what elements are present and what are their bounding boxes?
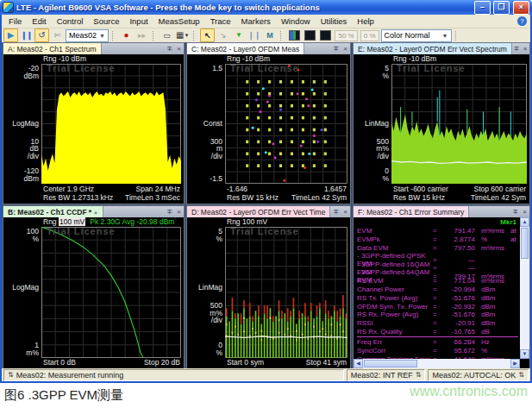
scrollbar-track[interactable]: [418, 359, 510, 368]
panel-a-tab[interactable]: A: Meas02 - Ch1 Spectrum: [3, 43, 102, 54]
close-button[interactable]: ×: [513, 1, 529, 15]
menu-item-input[interactable]: Input: [124, 15, 153, 28]
record-button[interactable]: ●: [119, 28, 134, 42]
marker-peak-button[interactable]: ▼: [231, 28, 246, 42]
float-panel-icon[interactable]: ∓: [165, 43, 174, 54]
panel-f-tab[interactable]: F: Meas02 - Ch1 Error Summary: [354, 206, 469, 217]
horizontal-scrollbar[interactable]: ◀ ▶: [354, 359, 520, 368]
resbw-label: Res BW 15 kHz: [393, 194, 445, 202]
menu-item-edit[interactable]: Edit: [27, 15, 51, 28]
error-summary-row: EVM=791.47m%rmsat: [357, 227, 518, 235]
x-axis-right-label: Stop 600 carrier: [474, 185, 526, 193]
constellation-plot: [225, 64, 347, 184]
menu-item-markers[interactable]: Markers: [236, 15, 276, 28]
band-marker-button[interactable]: ❘❘: [247, 28, 261, 42]
spinner-icon[interactable]: ⇅: [518, 371, 524, 379]
vertical-scrollbar[interactable]: ▲ ▼: [520, 217, 529, 359]
float-panel-icon[interactable]: ∓: [510, 206, 520, 217]
y-axis-top-label: -20dBm: [3, 65, 39, 79]
display-dark1-button[interactable]: [303, 28, 317, 42]
panel-c-tab[interactable]: C: Meas02 - Layer0 OFDM Meas: [187, 43, 304, 54]
menu-item-utilities[interactable]: Utilities: [316, 15, 353, 28]
close-panel-icon[interactable]: ×: [174, 43, 184, 54]
menu-item-meassetup[interactable]: MeasSetup: [153, 15, 205, 28]
quad-layout-button[interactable]: ▦▼: [175, 28, 190, 42]
menu-item-window[interactable]: Window: [276, 15, 316, 28]
status-autocal[interactable]: Meas02: AUTOCAL: OK ⇅: [428, 369, 529, 381]
title-bar[interactable]: LTE - Agilent B9600 VSA Software - Press…: [0, 0, 532, 15]
range-readout: Rng -10 dBm: [43, 55, 86, 63]
scroll-left-icon[interactable]: ◀: [354, 359, 363, 368]
app-icon: [3, 2, 14, 13]
menu-item-trace[interactable]: Trace: [205, 15, 236, 28]
status-ref[interactable]: Meas02: INT REF ⇅: [347, 369, 426, 381]
maximize-button[interactable]: ❐: [493, 1, 510, 15]
close-panel-icon[interactable]: ×: [341, 206, 350, 217]
error-summary-feq: =: [433, 303, 439, 311]
error-summary-feq: =: [433, 328, 439, 336]
error-summary-flab: EVMPk: [357, 235, 433, 243]
float-panel-icon[interactable]: ∓: [331, 206, 341, 217]
help-icon[interactable]: ?: [517, 16, 527, 26]
close-panel-icon[interactable]: ×: [174, 206, 184, 217]
error-summary-table: Mkr1 EVM=791.47m%rmsatEVMPk=2.8774%atDat…: [354, 217, 520, 359]
scrollbar-thumb[interactable]: [521, 228, 529, 259]
float-panel-icon[interactable]: ∓: [165, 206, 174, 217]
single-layout-button[interactable]: ▭: [160, 28, 174, 42]
close-panel-icon[interactable]: ×: [520, 206, 529, 217]
play-button[interactable]: ▶: [3, 28, 18, 42]
selection-tool-button[interactable]: ✄: [50, 28, 65, 42]
y-axis-bottom-label: 0%: [354, 167, 389, 182]
scroll-up-icon[interactable]: ▲: [520, 217, 529, 227]
window-title: LTE - Agilent B9600 VSA Software - Press…: [16, 3, 472, 12]
scroll-down-icon[interactable]: ▼: [520, 349, 529, 359]
panel-f-title: F: Meas02 - Ch1 Error Summary: [358, 208, 464, 217]
menu-item-file[interactable]: File: [3, 15, 27, 28]
display-dark2-button[interactable]: [318, 28, 333, 42]
chevron-down-icon: ▼: [99, 33, 105, 39]
y-axis-bottom-label: -120dBm: [3, 167, 39, 182]
float-panel-icon[interactable]: ∓: [512, 43, 521, 54]
panel-d-err-vect-time: D: Meas02 - Layer0 OFDM Err Vect Time ∓ …: [186, 205, 351, 368]
panel-b-tab[interactable]: B: Meas02 - Ch1 CCDF * ▲: [3, 206, 103, 217]
marker-move-button[interactable]: ↘: [216, 28, 230, 42]
trace-0-box: 0 %: [360, 30, 379, 41]
panel-e-tab[interactable]: E: Meas02 - Layer0 OFDM Err Vect Spectru…: [354, 43, 512, 54]
pause-button[interactable]: ❙❙: [19, 28, 34, 42]
menu-item-source[interactable]: Source: [88, 15, 124, 28]
panel-f-body: Mkr1 EVM=791.47m%rmsatEVMPk=2.8774%atDat…: [354, 217, 529, 368]
measurement-select-value: Meas02: [69, 31, 97, 40]
close-panel-icon[interactable]: ×: [341, 43, 350, 54]
play-icon: ▶: [8, 31, 15, 40]
x-axis-right-label: Stop 41 sym: [306, 359, 347, 367]
playback-button[interactable]: ▸▸: [135, 28, 149, 42]
menu-item-control[interactable]: Control: [52, 15, 89, 28]
header-spacer: [469, 206, 510, 217]
measurement-select[interactable]: Meas02 ▼: [66, 29, 109, 42]
toolbar-grip: [153, 31, 156, 41]
scrollbar-thumb[interactable]: [364, 360, 417, 367]
scrollbar-track[interactable]: [520, 260, 529, 349]
y-axis-div-label: 300m/div: [187, 138, 222, 160]
menu-item-help[interactable]: Help: [352, 15, 379, 28]
panel-d-tab[interactable]: D: Meas02 - Layer0 OFDM Err Vect Time: [187, 206, 330, 217]
color-scheme-select[interactable]: Color Normal ▼: [381, 29, 452, 42]
error-summary-feq: =: [433, 277, 439, 285]
minimize-button[interactable]: –: [474, 1, 491, 15]
y-axis-top-label: 5%: [354, 65, 389, 79]
error-summary-row: - 3GPP-defined QPSK EVM=—: [357, 252, 518, 260]
scroll-right-icon[interactable]: ▶: [510, 359, 520, 368]
spinner-icon[interactable]: ⇅: [416, 371, 422, 379]
error-summary-row: RS Rx. Quality=-10.765dB: [357, 327, 518, 336]
float-panel-icon[interactable]: ∓: [331, 43, 341, 54]
restart-button[interactable]: ↺: [34, 28, 49, 42]
panel-c-body: Rng -10 dBm Trial License 1.5 Const 300m…: [187, 54, 350, 204]
close-panel-icon[interactable]: ×: [521, 43, 529, 54]
marker-m-button[interactable]: M: [262, 28, 277, 42]
y-axis-scale-label: LinMag: [354, 120, 389, 128]
spinner-icon[interactable]: ⇅: [8, 371, 14, 379]
y-axis-bottom-label: -1.5: [187, 175, 222, 183]
marker-select-button[interactable]: ↖: [200, 28, 215, 42]
color-bars-button[interactable]: [287, 28, 302, 42]
resbw-label: Res BW 1.27313 kHz: [43, 194, 113, 202]
